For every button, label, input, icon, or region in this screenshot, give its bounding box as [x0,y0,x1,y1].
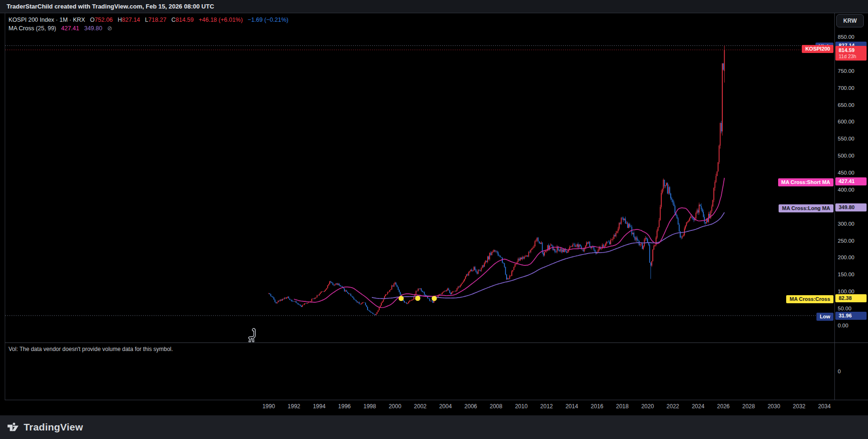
price-tick: 300.00 [838,221,854,227]
time-axis-year: 2034 [818,403,831,410]
header-bar: TraderStarChild created with TradingView… [0,0,868,13]
tradingview-logo-icon [7,421,19,434]
time-axis-year: 2002 [414,403,427,410]
chart-left-border [5,13,5,400]
indicator-disabled-icon[interactable]: ⊘ [107,25,112,32]
long-ma-axis-value: 349.80 [835,203,867,211]
candlestick-series [268,45,725,316]
price-tick: 850.00 [838,34,854,40]
last-price-value: 814.59 [839,47,867,53]
long-ma-label: MA Cross:Long MA [779,204,833,212]
time-axis-year: 2016 [591,403,604,410]
dino-icon [246,326,260,342]
price-tick: 100.00 [838,289,854,294]
price-tick: 750.00 [838,68,854,74]
open-label: O [90,17,95,23]
legend-symbol-row[interactable]: KOSPI 200 Index · 1M · KRX O752.06 H827.… [9,16,289,24]
volume-zero-tick: 0 [838,369,841,374]
volume-unavailable-message: Vol: The data vendor doesn't provide vol… [9,346,173,352]
price-tick: 450.00 [838,170,854,176]
close-label: C [171,17,175,23]
high-label: H [118,17,122,23]
tradingview-logo-text: TradingView [24,421,83,433]
short-ma-line [294,178,724,307]
short-ma-label: MA Cross:Short MA [778,178,833,186]
time-axis-year: 2026 [717,403,730,410]
time-axis-year: 2030 [768,403,780,410]
time-axis-year: 2032 [793,403,806,410]
low-line-label-wrap: Low [816,312,833,321]
cross-label-wrap: MA Cross:Cross [786,294,833,303]
chart-top-border [0,13,868,13]
time-axis-year: 1990 [263,403,275,410]
time-axis-year: 2028 [742,403,755,410]
symbol-line-label-wrap: KOSPI200 [802,44,833,53]
ma-cross-marker[interactable] [399,296,404,301]
low-line-label: Low [816,313,833,321]
time-axis-year: 1998 [363,403,376,410]
time-axis-year: 2022 [666,403,679,410]
time-axis-year: 2012 [540,403,553,410]
long-ma-line [372,212,724,299]
price-tick: 150.00 [838,272,854,277]
high-value: 827.14 [122,17,140,23]
ma-cross-marker[interactable] [432,296,437,301]
ma-lines [294,178,724,307]
low-axis-value: 31.96 [835,312,867,320]
price-tick: 250.00 [838,238,854,244]
price-tick: 50.00 [838,306,851,311]
chart-canvas[interactable] [0,13,868,400]
time-axis-year: 2010 [515,403,528,410]
time-axis-year: 2006 [465,403,477,410]
short-ma-axis-value: 427.41 [835,177,867,185]
price-tick: 600.00 [838,119,854,124]
change-primary: +46.18 (+6.01%) [199,17,243,23]
legend: KOSPI 200 Index · 1M · KRX O752.06 H827.… [9,16,289,33]
close-value: 814.59 [175,17,193,23]
open-value: 752.06 [95,17,113,23]
bottom-bar: TradingView [0,415,868,439]
time-axis-year: 2014 [565,403,578,410]
tradingview-logo[interactable]: TradingView [7,415,83,439]
price-tick: 500.00 [838,153,854,158]
time-axis-border [5,400,868,400]
cross-label: MA Cross:Cross [786,295,833,303]
indicator-long-value: 349.80 [84,25,102,32]
time-axis-year: 2000 [389,403,402,410]
last-price-axis-value: 814.59 11d 23h [835,46,867,61]
time-axis-year: 2018 [616,403,629,410]
indicator-params: (25, 99) [36,25,56,32]
legend-indicator-row[interactable]: MA Cross (25, 99) 427.41 349.80 ⊘ [9,24,289,33]
ma-cross-marker[interactable] [415,296,421,301]
short-ma-label-wrap: MA Cross:Short MA [778,177,833,186]
time-axis-year: 2008 [490,403,502,410]
change-secondary: −1.69 (−0.21%) [248,17,289,23]
price-tick: 650.00 [838,102,854,108]
price-axis-line [834,13,835,400]
price-tick: 700.00 [838,85,854,91]
indicator-name[interactable]: MA Cross [9,25,34,32]
low-label: L [145,17,149,23]
price-tick: 550.00 [838,136,854,141]
currency-button[interactable]: KRW [836,14,864,27]
time-axis-year: 2020 [641,403,654,410]
time-axis-year: 1992 [288,403,300,410]
time-axis-year: 2004 [439,403,452,410]
low-value: 718.27 [149,17,167,23]
symbol-description[interactable]: KOSPI 200 Index · 1M · KRX [9,17,85,23]
time-axis-year: 1996 [338,403,351,410]
long-ma-label-wrap: MA Cross:Long MA [779,203,833,212]
price-tick: 400.00 [838,187,854,193]
price-tick: 0.00 [838,323,848,328]
indicator-short-value: 427.41 [61,25,79,32]
bar-countdown: 11d 23h [839,53,867,60]
symbol-line-label: KOSPI200 [802,45,833,53]
price-tick: 200.00 [838,255,854,260]
cross-axis-value: 82.38 [835,294,867,302]
page-title: TraderStarChild created with TradingView… [7,0,214,13]
time-axis-year: 1994 [313,403,325,410]
time-axis-year: 2024 [692,403,704,410]
pane-separator[interactable] [5,342,868,343]
